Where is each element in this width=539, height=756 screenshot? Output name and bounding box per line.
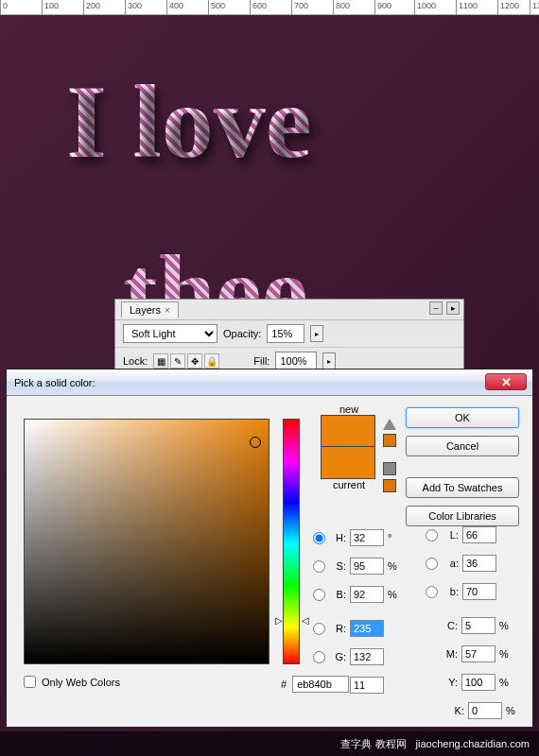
opacity-input[interactable]	[267, 324, 304, 343]
lock-position-icon[interactable]: ✥	[187, 353, 202, 369]
sat-unit: %	[388, 560, 403, 572]
ruler-tick: 1200	[497, 0, 519, 15]
ruler-tick: 130	[530, 0, 539, 15]
websafe-warning-icon[interactable]	[383, 462, 396, 475]
k-unit: %	[506, 705, 521, 716]
layers-panel-header: Layers × – ▸	[115, 300, 463, 320]
new-label: new	[321, 404, 377, 415]
bri-radio[interactable]	[313, 589, 325, 601]
close-icon[interactable]: ×	[165, 305, 170, 316]
lock-transparent-icon[interactable]: ▦	[153, 353, 168, 369]
g-row: G: M: %	[313, 645, 521, 668]
websafe-swatch[interactable]	[383, 479, 396, 492]
g-input[interactable]	[350, 648, 384, 665]
c-input[interactable]	[461, 617, 496, 634]
bri-label: B:	[331, 589, 346, 600]
hue-radio[interactable]	[313, 532, 325, 544]
sat-radio[interactable]	[313, 560, 325, 573]
fill-label: Fill:	[253, 355, 270, 367]
lock-all-icon[interactable]: 🔒	[204, 353, 219, 369]
sat-input[interactable]	[350, 558, 384, 575]
ruler-tick: 1100	[456, 0, 478, 15]
hue-row: H: ° L:	[313, 526, 521, 549]
r-label: R:	[331, 623, 346, 634]
hue-slider[interactable]	[283, 419, 300, 664]
fill-input[interactable]	[275, 352, 317, 370]
cancel-button[interactable]: Cancel	[406, 436, 519, 456]
dialog-titlebar[interactable]: Pick a solid color: ✕	[7, 369, 532, 396]
y-input[interactable]	[461, 674, 496, 691]
color-preview: new current	[321, 404, 377, 490]
current-label: current	[321, 479, 377, 490]
lock-label: Lock:	[123, 355, 148, 367]
only-web-colors-label: Only Web Colors	[42, 677, 120, 688]
gamut-swatch[interactable]	[383, 434, 396, 447]
m-input[interactable]	[461, 645, 496, 662]
layers-tab-label: Layers	[130, 304, 161, 316]
footer-brand: 查字典 教程网	[340, 737, 406, 751]
ruler-tick: 300	[125, 0, 142, 15]
l-label: L:	[443, 529, 459, 541]
chevron-right-icon[interactable]: ▸	[322, 352, 336, 369]
ruler-tick: 600	[250, 0, 267, 15]
blend-mode-select[interactable]: Soft Light	[123, 324, 217, 343]
hex-input[interactable]	[292, 676, 349, 693]
lab-b-radio[interactable]	[426, 586, 438, 598]
ruler-tick: 800	[333, 0, 350, 15]
layers-panel: Layers × – ▸ Soft Light Opacity: ▸ Lock:…	[114, 299, 464, 376]
bri-unit: %	[388, 589, 403, 600]
a-input[interactable]	[462, 555, 496, 572]
hue-label: H:	[331, 532, 346, 543]
ruler-tick: 0	[0, 0, 8, 15]
minimize-icon[interactable]: –	[429, 301, 443, 315]
ruler-tick: 400	[166, 0, 183, 15]
lock-pixels-icon[interactable]: ✎	[170, 353, 185, 369]
bri-row: B: % b:	[313, 583, 521, 606]
layers-blend-row: Soft Light Opacity: ▸	[115, 320, 463, 348]
new-color-swatch[interactable]	[321, 415, 375, 447]
color-libraries-button[interactable]: Color Libraries	[406, 506, 519, 526]
ruler-tick: 900	[374, 0, 391, 15]
color-picker-dialog: Pick a solid color: ✕ ▷ ◁ new current OK…	[6, 369, 533, 728]
gamut-warning-icon[interactable]	[383, 419, 396, 430]
k-label: K:	[449, 705, 464, 716]
l-radio[interactable]	[426, 529, 438, 541]
candy-text-1: I love	[66, 62, 312, 182]
l-input[interactable]	[462, 526, 496, 543]
hue-input[interactable]	[350, 529, 384, 546]
a-radio[interactable]	[426, 558, 438, 570]
c-unit: %	[499, 620, 514, 631]
ruler-tick: 200	[83, 0, 100, 15]
current-color-swatch[interactable]	[321, 447, 375, 479]
ruler-tick: 1000	[414, 0, 436, 15]
close-button[interactable]: ✕	[485, 373, 527, 390]
hue-unit: °	[388, 532, 403, 543]
sat-label: S:	[331, 560, 346, 572]
hue-pointer-right: ◁	[302, 615, 309, 626]
hex-label: #	[281, 679, 287, 690]
lab-b-input[interactable]	[462, 583, 496, 600]
layers-tab[interactable]: Layers ×	[121, 301, 179, 318]
y-label: Y:	[443, 677, 458, 688]
g-radio[interactable]	[313, 651, 325, 663]
ok-button[interactable]: OK	[406, 407, 519, 428]
bri-input[interactable]	[350, 586, 384, 603]
hue-pointer-left: ▷	[275, 615, 283, 626]
g-label: G:	[331, 651, 346, 662]
r-radio[interactable]	[313, 623, 325, 635]
dialog-title: Pick a solid color:	[14, 377, 96, 388]
k-input[interactable]	[468, 702, 502, 719]
r-row: R: C: %	[313, 617, 521, 640]
a-label: a:	[443, 558, 459, 569]
chevron-right-icon[interactable]: ▸	[310, 325, 323, 342]
saturation-brightness-field[interactable]	[24, 419, 270, 664]
c-label: C:	[443, 620, 458, 631]
color-cursor[interactable]	[250, 437, 261, 448]
only-web-colors-checkbox[interactable]	[24, 676, 36, 688]
r-input[interactable]	[350, 620, 384, 637]
add-swatches-button[interactable]: Add To Swatches	[406, 477, 519, 498]
menu-icon[interactable]: ▸	[446, 301, 460, 315]
lab-b-label: b:	[443, 586, 459, 597]
rgb-b-input[interactable]	[350, 677, 384, 694]
lock-buttons: ▦ ✎ ✥ 🔒	[153, 353, 219, 369]
